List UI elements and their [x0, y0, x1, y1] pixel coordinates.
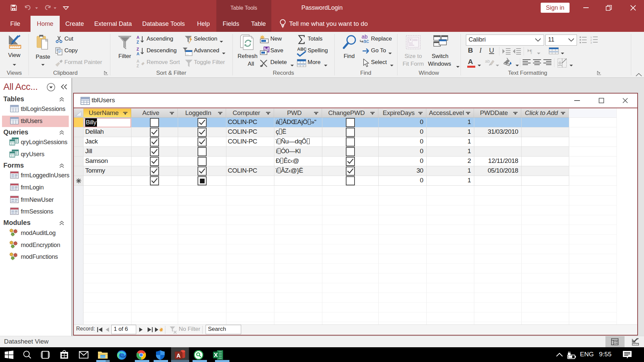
svg-text:3: 3	[590, 41, 592, 44]
svg-text:A: A	[176, 353, 180, 359]
svg-text:ab: ab	[485, 59, 490, 64]
svg-text:...: ...	[186, 52, 189, 56]
svg-text:A: A	[137, 52, 140, 56]
svg-text:Z: Z	[137, 64, 139, 68]
svg-text:A: A	[137, 36, 140, 40]
svg-text:Z: Z	[137, 47, 139, 52]
svg-text:Z: Z	[137, 40, 139, 44]
svg-text:¶: ¶	[530, 49, 532, 54]
svg-text:A: A	[137, 59, 140, 64]
